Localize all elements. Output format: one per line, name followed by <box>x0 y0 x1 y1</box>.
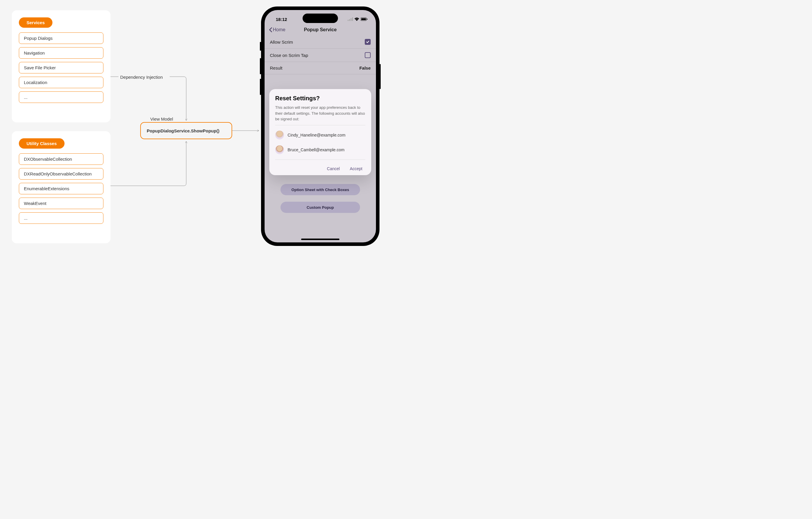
account-email: Bruce_Cambell@example.com <box>288 147 344 152</box>
allow-scrim-checkbox[interactable] <box>365 39 371 45</box>
cancel-button[interactable]: Cancel <box>327 166 340 171</box>
popup-actions: Cancel Accept <box>275 162 365 171</box>
cellular-icon <box>348 18 353 21</box>
phone-side-button <box>260 42 261 51</box>
svg-rect-2 <box>351 18 351 21</box>
status-icons <box>348 18 368 21</box>
result-label: Result <box>270 65 283 71</box>
popup-dialog: Reset Settings? This action will reset y… <box>269 89 371 175</box>
utility-item: ... <box>19 212 104 224</box>
close-scrim-row: Close on Scrim Tap <box>265 49 376 62</box>
utility-panel: Utility Classes DXObservableCollection D… <box>12 131 111 243</box>
nav-bar: Home Popup Service <box>265 25 376 35</box>
home-indicator <box>301 239 340 240</box>
result-row: Result False <box>265 62 376 74</box>
services-list: Popup Dialogs Navigation Save File Picke… <box>19 32 104 103</box>
status-time: 18:12 <box>276 17 287 22</box>
svg-rect-3 <box>352 18 353 21</box>
utility-list: DXObservableCollection DXReadOnlyObserva… <box>19 153 104 224</box>
utility-header: Utility Classes <box>19 138 64 148</box>
account-row: Cindy_Haneline@example.com <box>275 128 365 142</box>
svg-rect-1 <box>349 19 350 21</box>
allow-scrim-label: Allow Scrim <box>270 39 293 45</box>
phone-side-button <box>260 79 261 95</box>
svg-rect-6 <box>367 19 368 20</box>
utility-item: DXReadOnlyObservableCollection <box>19 168 104 180</box>
utility-item: WeakEvent <box>19 197 104 209</box>
check-icon <box>366 40 370 44</box>
custom-popup-button[interactable]: Custom Popup <box>281 202 360 213</box>
popup-description: This action will reset your app preferen… <box>275 105 365 122</box>
wifi-icon <box>354 18 359 21</box>
account-email: Cindy_Haneline@example.com <box>288 133 345 137</box>
avatar <box>275 145 284 154</box>
service-item: Localization <box>19 77 104 88</box>
nav-title: Popup Service <box>265 27 376 32</box>
svg-rect-0 <box>348 20 349 21</box>
view-model-text: PopupDialogService.ShowPopup() <box>147 128 220 133</box>
phone-side-button <box>379 64 381 89</box>
close-scrim-label: Close on Scrim Tap <box>270 53 308 58</box>
service-item: Save File Picker <box>19 62 104 74</box>
account-row: Bruce_Cambell@example.com <box>275 142 365 157</box>
option-sheet-button[interactable]: Option Sheet with Check Boxes <box>281 184 360 195</box>
battery-icon <box>360 18 368 21</box>
view-model-label: View Model <box>147 116 176 121</box>
svg-rect-5 <box>361 18 366 20</box>
accept-button[interactable]: Accept <box>350 166 362 171</box>
divider <box>275 160 365 160</box>
utility-item: DXObservableCollection <box>19 153 104 165</box>
services-header: Services <box>19 18 53 28</box>
close-scrim-checkbox[interactable] <box>365 52 371 58</box>
allow-scrim-row: Allow Scrim <box>265 35 376 49</box>
di-label: Dependency Injection <box>120 75 163 80</box>
result-value: False <box>359 65 371 71</box>
service-item: ... <box>19 91 104 103</box>
service-item: Navigation <box>19 47 104 59</box>
phone-side-button <box>260 58 261 74</box>
phone-notch <box>302 13 338 23</box>
service-item: Popup Dialogs <box>19 32 104 44</box>
popup-title: Reset Settings? <box>275 95 365 102</box>
view-model-box: PopupDialogService.ShowPopup() <box>140 122 232 139</box>
phone-screen: 18:12 Home Popup Service Allow Scrim Clo… <box>265 10 376 242</box>
phone-frame: 18:12 Home Popup Service Allow Scrim Clo… <box>261 6 379 246</box>
avatar <box>275 131 284 139</box>
utility-item: EnumerableExtensions <box>19 183 104 194</box>
services-panel: Services Popup Dialogs Navigation Save F… <box>12 10 111 122</box>
